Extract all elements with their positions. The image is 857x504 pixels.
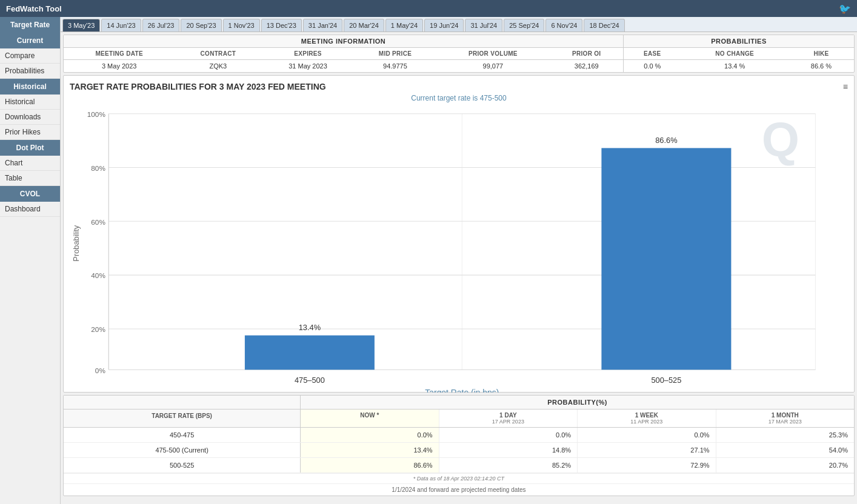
svg-text:100%: 100% xyxy=(87,110,106,118)
tab-3may23[interactable]: 3 May'23 xyxy=(62,19,100,31)
now-subheader: NOW * xyxy=(301,409,439,427)
prob-row-500-525: 500-525 86.6% 85.2% 72.9% 20.7% xyxy=(64,458,854,473)
meeting-date-value: 3 May 2023 xyxy=(64,60,175,73)
sidebar-item-chart[interactable]: Chart xyxy=(0,156,60,171)
prob-sub-cols: NOW * 1 DAY 17 APR 2023 1 WEEK 11 APR 20… xyxy=(301,409,854,427)
svg-text:Probability: Probability xyxy=(72,225,81,261)
col-no-change: NO CHANGE xyxy=(681,48,789,60)
prob-table-header-row: PROBABILITY(%) xyxy=(64,396,854,409)
col-expires: EXPIRES xyxy=(261,48,354,60)
1day-label: 1 DAY xyxy=(441,412,576,419)
bar-500-525 xyxy=(601,148,731,370)
chart-container: 100% 80% 60% 40% 20% 0% Probability xyxy=(70,107,848,386)
tab-1may24[interactable]: 1 May'24 xyxy=(385,19,423,31)
1month-subheader: 1 MONTH 17 MAR 2023 xyxy=(716,409,854,427)
now-500-525: 86.6% xyxy=(301,458,439,472)
sidebar-item-dashboard[interactable]: Dashboard xyxy=(0,202,60,217)
week1-450-475: 0.0% xyxy=(578,428,716,442)
svg-text:40%: 40% xyxy=(91,271,105,279)
app-header: FedWatch Tool 🐦 xyxy=(0,0,857,17)
no-change-value: 13.4 % xyxy=(681,60,789,73)
tab-31jul24[interactable]: 31 Jul'24 xyxy=(465,19,502,31)
cvol-section-button[interactable]: CVOL xyxy=(0,186,60,202)
dot-plot-section-button[interactable]: Dot Plot xyxy=(0,140,60,156)
tab-14jun23[interactable]: 14 Jun'23 xyxy=(101,19,141,31)
tab-6nov24[interactable]: 6 Nov'24 xyxy=(545,19,582,31)
ease-value: 0.0 % xyxy=(624,60,681,73)
sidebar-item-historical[interactable]: Historical xyxy=(0,94,60,110)
tab-19jun24[interactable]: 19 Jun'24 xyxy=(424,19,464,31)
1month-date: 17 MAR 2023 xyxy=(718,419,853,425)
week1-475-500: 27.1% xyxy=(578,443,716,457)
tab-13dec23[interactable]: 13 Dec'23 xyxy=(261,19,302,31)
chart-menu-icon[interactable]: ≡ xyxy=(843,82,848,91)
mid-price-value: 94.9775 xyxy=(355,60,436,73)
table-footnote: * Data as of 18 Apr 2023 02:14:20 CT xyxy=(64,473,854,483)
probabilities-row: 0.0 % 13.4 % 86.6 % xyxy=(624,60,854,73)
1day-date: 17 APR 2023 xyxy=(441,419,576,425)
svg-text:80%: 80% xyxy=(91,164,105,172)
col-meeting-date: MEETING DATE xyxy=(64,48,175,60)
tab-20mar24[interactable]: 20 Mar'24 xyxy=(344,19,384,31)
sidebar-item-probabilities[interactable]: Probabilities xyxy=(0,64,60,79)
svg-text:500–525: 500–525 xyxy=(651,376,681,385)
bar-475-500 xyxy=(245,336,375,370)
col-ease: EASE xyxy=(624,48,681,60)
1week-subheader: 1 WEEK 11 APR 2023 xyxy=(578,409,716,427)
svg-text:60%: 60% xyxy=(91,218,105,226)
prior-oi-value: 362,169 xyxy=(550,60,623,73)
panels-container: MEETING INFORMATION MEETING DATE CONTRAC… xyxy=(61,32,857,504)
probabilities-header-section: PROBABILITIES EASE NO CHANGE HIKE xyxy=(624,35,854,72)
tab-bar: 3 May'23 14 Jun'23 26 Jul'23 20 Sep'23 1… xyxy=(61,17,857,32)
sidebar-item-table[interactable]: Table xyxy=(0,171,60,186)
prob-sub-header: TARGET RATE (BPS) NOW * 1 DAY 17 APR 202… xyxy=(64,409,854,428)
tab-31jan24[interactable]: 31 Jan'24 xyxy=(303,19,342,31)
tab-25sep24[interactable]: 25 Sep'24 xyxy=(504,19,544,31)
svg-text:13.4%: 13.4% xyxy=(299,323,321,332)
day1-500-525: 85.2% xyxy=(439,458,578,472)
prob-row-450-475: 450-475 0.0% 0.0% 0.0% 25.3% xyxy=(64,428,854,443)
tab-18dec24[interactable]: 18 Dec'24 xyxy=(584,19,624,31)
meeting-info-row: 3 May 2023 ZQK3 31 May 2023 94.9775 99,0… xyxy=(64,60,623,73)
chart-panel: TARGET RATE PROBABILITIES FOR 3 MAY 2023… xyxy=(63,75,855,393)
week1-500-525: 72.9% xyxy=(578,458,716,472)
prior-volume-value: 99,077 xyxy=(436,60,550,73)
now-450-475: 0.0% xyxy=(301,428,439,442)
1month-label: 1 MONTH xyxy=(718,412,853,419)
svg-text:475–500: 475–500 xyxy=(295,376,325,385)
prob-row-475-500: 475-500 (Current) 13.4% 14.8% 27.1% 54.0… xyxy=(64,443,854,458)
info-panel: MEETING INFORMATION MEETING DATE CONTRAC… xyxy=(63,35,855,73)
svg-text:0%: 0% xyxy=(95,366,106,374)
tab-20sep23[interactable]: 20 Sep'23 xyxy=(181,19,221,31)
col-prior-oi: PRIOR OI xyxy=(550,48,623,60)
col-mid-price: MID PRICE xyxy=(355,48,436,60)
target-rate-button[interactable]: Target Rate xyxy=(0,17,60,33)
hike-value: 86.6 % xyxy=(789,60,854,73)
chart-title: TARGET RATE PROBABILITIES FOR 3 MAY 2023… xyxy=(70,82,848,91)
current-section-button[interactable]: Current xyxy=(0,33,60,48)
sidebar-item-prior-hikes[interactable]: Prior Hikes xyxy=(0,125,60,140)
sidebar-item-compare[interactable]: Compare xyxy=(0,48,60,64)
contract-value: ZQK3 xyxy=(175,60,261,73)
month1-500-525: 20.7% xyxy=(716,458,854,472)
sidebar-item-downloads[interactable]: Downloads xyxy=(0,110,60,125)
col-contract: CONTRACT xyxy=(175,48,261,60)
svg-text:86.6%: 86.6% xyxy=(655,136,677,145)
col-prior-volume: PRIOR VOLUME xyxy=(436,48,550,60)
historical-section-button[interactable]: Historical xyxy=(0,79,60,94)
tab-1nov23[interactable]: 1 Nov'23 xyxy=(223,19,260,31)
twitter-icon[interactable]: 🐦 xyxy=(839,3,851,15)
probabilities-table: EASE NO CHANGE HIKE 0.0 % 13.4 % 86.6 % xyxy=(624,48,854,72)
chart-subtitle: Current target rate is 475-500 xyxy=(70,94,848,102)
col-hike: HIKE xyxy=(789,48,854,60)
now-475-500: 13.4% xyxy=(301,443,439,457)
prob-table-panel: PROBABILITY(%) TARGET RATE (BPS) NOW * 1… xyxy=(63,395,855,496)
rate-450-475: 450-475 xyxy=(64,428,301,442)
tab-26jul23[interactable]: 26 Jul'23 xyxy=(142,19,180,31)
rate-500-525: 500-525 xyxy=(64,458,301,472)
main-layout: Target Rate Current Compare Probabilitie… xyxy=(0,17,857,504)
app-title: FedWatch Tool xyxy=(6,4,62,13)
table-footer: 1/1/2024 and forward are projected meeti… xyxy=(64,483,854,496)
svg-text:Target Rate (in bps): Target Rate (in bps) xyxy=(425,388,499,393)
meeting-info-header: MEETING INFORMATION xyxy=(64,35,623,48)
